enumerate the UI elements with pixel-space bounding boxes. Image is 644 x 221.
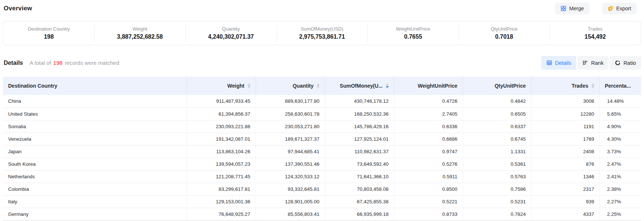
- cell-weight: 129,153,001.36: [186, 195, 256, 208]
- stat-value: 0.7018: [495, 34, 513, 40]
- cell-trades: 876: [531, 158, 599, 170]
- table-row: Somalia230,093,221.88230,053,271.80145,7…: [3, 120, 641, 133]
- stat-value: 2,975,753,861.71: [299, 34, 345, 40]
- cell-percentage: 2.38%: [599, 183, 641, 195]
- cell-qtyunitprice: 0.6505: [463, 108, 531, 120]
- cell-percentage: 4.90%: [599, 120, 641, 133]
- cell-weight: 76,648,925.27: [186, 208, 256, 220]
- summary-prefix: A total of: [29, 60, 51, 66]
- cell-qtyunitprice: 0.4842: [463, 95, 531, 108]
- column-header-qtyunitprice: QtyUnitPrice: [463, 77, 531, 95]
- column-header-label: SumOfMoney(U...: [340, 83, 383, 89]
- stat-label: SumOfMoney(USD): [301, 26, 344, 32]
- cell-sumofmoney-u: 168,250,532.36: [325, 108, 394, 120]
- details-title: Details: [4, 60, 23, 66]
- cell-quantity: 137,390,551.46: [256, 158, 325, 170]
- cell-qtyunitprice: 1.1331: [463, 145, 531, 158]
- export-button-label: Export: [616, 6, 631, 11]
- stat-quantity: Quantity4,240,302,071.37: [185, 21, 277, 45]
- cell-destination-country: Japan: [3, 145, 186, 158]
- cell-trades: 1769: [531, 133, 599, 145]
- column-header-weightunitprice: WeightUnitPrice: [394, 77, 463, 95]
- cell-weight: 61,394,856.37: [186, 108, 256, 120]
- cell-trades: 4337: [531, 208, 599, 220]
- cell-destination-country: Colombia: [3, 183, 186, 195]
- cell-percentage: 14.48%: [599, 95, 641, 108]
- table-row: Netherlands121,208,771.45124,320,533.127…: [3, 170, 641, 183]
- column-header-label: Trades: [572, 83, 588, 89]
- cell-destination-country: China: [3, 95, 186, 108]
- cell-sumofmoney-u: 127,925,124.01: [325, 133, 394, 145]
- cell-destination-country: Italy: [3, 195, 186, 208]
- cell-sumofmoney-u: 145,786,429.16: [325, 120, 394, 133]
- stat-label: Quantity: [222, 26, 240, 32]
- sort-carets: [591, 84, 594, 88]
- stat-weight: Weight3,887,252,682.58: [95, 21, 186, 45]
- cell-sumofmoney-u: 73,649,592.40: [325, 158, 394, 170]
- cell-weightunitprice: 0.5276: [394, 158, 463, 170]
- cell-destination-country: Netherlands: [3, 170, 186, 183]
- cell-quantity: 889,630,177.80: [256, 95, 325, 108]
- stat-label: Destination Country: [28, 26, 70, 32]
- cell-weightunitprice: 0.6336: [394, 120, 463, 133]
- bar-chart-icon: [583, 60, 588, 66]
- cell-weight: 191,342,087.01: [186, 133, 256, 145]
- cell-qtyunitprice: 0.5763: [463, 170, 531, 183]
- merge-button[interactable]: Merge: [555, 3, 590, 14]
- summary-suffix: records were matched: [65, 60, 119, 66]
- cell-percentage: 2.47%: [599, 158, 641, 170]
- matched-count: 198: [53, 60, 63, 66]
- cell-trades: 1191: [531, 120, 599, 133]
- cell-weightunitprice: 0.4726: [394, 95, 463, 108]
- cell-destination-country: Venezuela: [3, 133, 186, 145]
- cell-destination-country: Somalia: [3, 120, 186, 133]
- overview-stats-card: Destination Country198Weight3,887,252,68…: [3, 21, 641, 45]
- stat-destination-country: Destination Country198: [3, 21, 95, 45]
- table-row: Colombia83,299,617.8193,332,645.8170,803…: [3, 183, 641, 195]
- merge-icon: [561, 6, 566, 11]
- cell-qtyunitprice: 0.7586: [463, 183, 531, 195]
- topbar-actions: Merge Export: [555, 3, 640, 14]
- cell-quantity: 85,556,803.41: [256, 208, 325, 220]
- view-toggle-ratio[interactable]: Ratio: [610, 56, 641, 70]
- column-header-trades[interactable]: Trades: [531, 77, 599, 95]
- page-title: Overview: [4, 5, 32, 12]
- cell-percentage: 2.27%: [599, 195, 641, 208]
- column-header-label: QtyUnitPrice: [495, 83, 526, 89]
- table-icon: [547, 60, 552, 66]
- cell-trades: 12280: [531, 108, 599, 120]
- merge-button-label: Merge: [569, 6, 584, 11]
- stat-value: 4,240,302,071.37: [208, 34, 254, 40]
- cell-sumofmoney-u: 67,425,855.38: [325, 195, 394, 208]
- cell-weight: 139,594,057.23: [186, 158, 256, 170]
- cell-weightunitprice: 0.5911: [394, 170, 463, 183]
- cell-weightunitprice: 0.9747: [394, 145, 463, 158]
- sort-carets: [248, 84, 250, 88]
- view-toggle-label: Rank: [591, 60, 604, 66]
- column-header-sumofmoney-u[interactable]: SumOfMoney(U...: [325, 77, 394, 95]
- table-row: China911,487,933.45889,630,177.80430,746…: [3, 95, 641, 108]
- table-row: Germany76,648,925.2785,556,803.4166,935,…: [3, 208, 641, 220]
- page: Overview Merge: [0, 0, 644, 221]
- cell-sumofmoney-u: 66,935,999.18: [325, 208, 394, 220]
- cell-weight: 230,093,221.88: [186, 120, 256, 133]
- column-header-destination-country: Destination Country: [3, 77, 186, 95]
- cell-trades: 2408: [531, 145, 599, 158]
- view-toggle-rank[interactable]: Rank: [577, 56, 609, 70]
- column-header-weight[interactable]: Weight: [186, 77, 256, 95]
- stat-label: QtyUnitPrice: [491, 26, 517, 32]
- cell-destination-country: United States: [3, 108, 186, 120]
- cell-trades: 1346: [531, 170, 599, 183]
- column-header-label: Weight: [227, 83, 244, 89]
- cell-weightunitprice: 0.8733: [394, 208, 463, 220]
- view-toggle-label: Ratio: [623, 60, 636, 66]
- export-icon: [608, 6, 613, 11]
- column-header-label: WeightUnitPrice: [418, 83, 458, 89]
- cell-percentage: 2.25%: [599, 208, 641, 220]
- cell-quantity: 128,901,005.00: [256, 195, 325, 208]
- column-header-quantity[interactable]: Quantity: [256, 77, 325, 95]
- view-toggle-details[interactable]: Details: [541, 56, 576, 70]
- export-button[interactable]: Export: [602, 3, 637, 14]
- cell-sumofmoney-u: 70,803,458.08: [325, 183, 394, 195]
- cell-weightunitprice: 2.7405: [394, 108, 463, 120]
